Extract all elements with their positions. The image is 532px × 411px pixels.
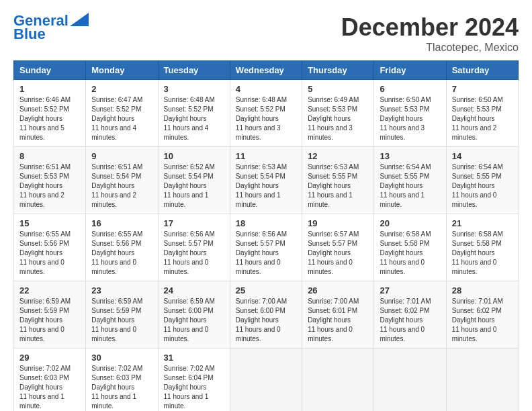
logo-blue: Blue: [13, 26, 46, 43]
day-info: Sunrise: 6:50 AM Sunset: 5:53 PM Dayligh…: [452, 95, 513, 142]
table-row: 15 Sunrise: 6:55 AM Sunset: 5:56 PM Dayl…: [14, 214, 86, 281]
col-tuesday: Tuesday: [158, 61, 230, 80]
table-row: 27 Sunrise: 7:01 AM Sunset: 6:02 PM Dayl…: [374, 281, 446, 349]
table-row: 23 Sunrise: 6:59 AM Sunset: 5:59 PM Dayl…: [86, 281, 158, 349]
month-title: December 2024: [341, 13, 519, 42]
calendar-row: 1 Sunrise: 6:46 AM Sunset: 5:52 PM Dayli…: [14, 80, 519, 147]
day-info: Sunrise: 6:53 AM Sunset: 5:55 PM Dayligh…: [308, 163, 368, 210]
table-row: 29 Sunrise: 7:02 AM Sunset: 6:03 PM Dayl…: [14, 349, 86, 412]
day-number: 14: [452, 151, 513, 161]
day-info: Sunrise: 6:59 AM Sunset: 6:00 PM Dayligh…: [164, 297, 224, 344]
table-row: 1 Sunrise: 6:46 AM Sunset: 5:52 PM Dayli…: [14, 80, 86, 147]
day-number: 3: [164, 84, 224, 94]
day-number: 19: [308, 218, 368, 228]
day-number: 13: [380, 151, 440, 161]
day-number: 7: [452, 84, 513, 94]
table-row: 21 Sunrise: 6:58 AM Sunset: 5:58 PM Dayl…: [446, 214, 518, 281]
table-row: 10 Sunrise: 6:52 AM Sunset: 5:54 PM Dayl…: [158, 147, 230, 214]
col-saturday: Saturday: [446, 61, 518, 80]
day-number: 18: [236, 218, 296, 228]
day-info: Sunrise: 6:54 AM Sunset: 5:55 PM Dayligh…: [380, 163, 440, 210]
day-info: Sunrise: 6:56 AM Sunset: 5:57 PM Dayligh…: [164, 230, 224, 277]
logo: General Blue: [13, 13, 89, 43]
table-row: 9 Sunrise: 6:51 AM Sunset: 5:54 PM Dayli…: [86, 147, 158, 214]
day-info: Sunrise: 6:58 AM Sunset: 5:58 PM Dayligh…: [380, 230, 440, 277]
table-row: 4 Sunrise: 6:48 AM Sunset: 5:52 PM Dayli…: [230, 80, 302, 147]
day-info: Sunrise: 6:58 AM Sunset: 5:58 PM Dayligh…: [452, 230, 513, 277]
day-number: 15: [19, 218, 80, 228]
col-sunday: Sunday: [14, 61, 86, 80]
col-thursday: Thursday: [302, 61, 374, 80]
table-row: 7 Sunrise: 6:50 AM Sunset: 5:53 PM Dayli…: [446, 80, 518, 147]
table-row: 19 Sunrise: 6:57 AM Sunset: 5:57 PM Dayl…: [302, 214, 374, 281]
day-number: 23: [91, 285, 152, 295]
calendar-row: 22 Sunrise: 6:59 AM Sunset: 5:59 PM Dayl…: [14, 281, 519, 349]
day-info: Sunrise: 6:48 AM Sunset: 5:52 PM Dayligh…: [164, 95, 224, 142]
day-number: 8: [19, 151, 80, 161]
day-info: Sunrise: 7:01 AM Sunset: 6:02 PM Dayligh…: [452, 297, 513, 344]
day-number: 28: [452, 285, 513, 295]
day-info: Sunrise: 6:55 AM Sunset: 5:56 PM Dayligh…: [91, 230, 152, 277]
day-number: 2: [91, 84, 152, 94]
table-row: [374, 349, 446, 412]
table-row: 31 Sunrise: 7:02 AM Sunset: 6:04 PM Dayl…: [158, 349, 230, 412]
calendar-header-row: Sunday Monday Tuesday Wednesday Thursday…: [14, 61, 519, 80]
day-info: Sunrise: 6:47 AM Sunset: 5:52 PM Dayligh…: [91, 95, 152, 142]
day-info: Sunrise: 6:49 AM Sunset: 5:53 PM Dayligh…: [308, 95, 368, 142]
day-info: Sunrise: 6:50 AM Sunset: 5:53 PM Dayligh…: [380, 95, 440, 142]
table-row: 3 Sunrise: 6:48 AM Sunset: 5:52 PM Dayli…: [158, 80, 230, 147]
page-header: General Blue December 2024 Tlacotepec, M…: [13, 13, 519, 54]
day-info: Sunrise: 6:52 AM Sunset: 5:54 PM Dayligh…: [164, 163, 224, 210]
day-number: 11: [236, 151, 296, 161]
calendar-table: Sunday Monday Tuesday Wednesday Thursday…: [13, 60, 519, 411]
day-info: Sunrise: 7:01 AM Sunset: 6:02 PM Dayligh…: [380, 297, 440, 344]
calendar-row: 29 Sunrise: 7:02 AM Sunset: 6:03 PM Dayl…: [14, 349, 519, 412]
day-info: Sunrise: 6:48 AM Sunset: 5:52 PM Dayligh…: [236, 95, 296, 142]
table-row: 24 Sunrise: 6:59 AM Sunset: 6:00 PM Dayl…: [158, 281, 230, 349]
table-row: 30 Sunrise: 7:02 AM Sunset: 6:03 PM Dayl…: [86, 349, 158, 412]
day-number: 12: [308, 151, 368, 161]
col-friday: Friday: [374, 61, 446, 80]
table-row: [230, 349, 302, 412]
day-info: Sunrise: 7:02 AM Sunset: 6:04 PM Dayligh…: [164, 364, 224, 411]
table-row: [446, 349, 518, 412]
table-row: 26 Sunrise: 7:00 AM Sunset: 6:01 PM Dayl…: [302, 281, 374, 349]
day-info: Sunrise: 6:59 AM Sunset: 5:59 PM Dayligh…: [91, 297, 152, 344]
table-row: [302, 349, 374, 412]
day-number: 27: [380, 285, 440, 295]
day-info: Sunrise: 6:54 AM Sunset: 5:55 PM Dayligh…: [452, 163, 513, 210]
table-row: 6 Sunrise: 6:50 AM Sunset: 5:53 PM Dayli…: [374, 80, 446, 147]
table-row: 18 Sunrise: 6:56 AM Sunset: 5:57 PM Dayl…: [230, 214, 302, 281]
table-row: 5 Sunrise: 6:49 AM Sunset: 5:53 PM Dayli…: [302, 80, 374, 147]
table-row: 22 Sunrise: 6:59 AM Sunset: 5:59 PM Dayl…: [14, 281, 86, 349]
day-number: 20: [380, 218, 440, 228]
title-area: December 2024 Tlacotepec, Mexico: [341, 13, 519, 54]
table-row: 28 Sunrise: 7:01 AM Sunset: 6:02 PM Dayl…: [446, 281, 518, 349]
day-number: 24: [164, 285, 224, 295]
day-number: 16: [91, 218, 152, 228]
day-number: 21: [452, 218, 513, 228]
day-info: Sunrise: 7:00 AM Sunset: 6:01 PM Dayligh…: [308, 297, 368, 344]
logo-icon: [70, 13, 89, 26]
day-info: Sunrise: 6:51 AM Sunset: 5:54 PM Dayligh…: [91, 163, 152, 210]
location-subtitle: Tlacotepec, Mexico: [341, 42, 519, 54]
svg-marker-0: [70, 13, 89, 26]
day-info: Sunrise: 7:00 AM Sunset: 6:00 PM Dayligh…: [236, 297, 296, 344]
day-number: 5: [308, 84, 368, 94]
table-row: 8 Sunrise: 6:51 AM Sunset: 5:53 PM Dayli…: [14, 147, 86, 214]
table-row: 11 Sunrise: 6:53 AM Sunset: 5:54 PM Dayl…: [230, 147, 302, 214]
day-info: Sunrise: 6:53 AM Sunset: 5:54 PM Dayligh…: [236, 163, 296, 210]
table-row: 14 Sunrise: 6:54 AM Sunset: 5:55 PM Dayl…: [446, 147, 518, 214]
day-number: 31: [164, 353, 224, 363]
day-number: 6: [380, 84, 440, 94]
col-monday: Monday: [86, 61, 158, 80]
day-number: 9: [91, 151, 152, 161]
day-info: Sunrise: 6:46 AM Sunset: 5:52 PM Dayligh…: [19, 95, 80, 142]
table-row: 20 Sunrise: 6:58 AM Sunset: 5:58 PM Dayl…: [374, 214, 446, 281]
day-number: 17: [164, 218, 224, 228]
day-info: Sunrise: 7:02 AM Sunset: 6:03 PM Dayligh…: [91, 364, 152, 411]
day-number: 1: [19, 84, 80, 94]
col-wednesday: Wednesday: [230, 61, 302, 80]
table-row: 17 Sunrise: 6:56 AM Sunset: 5:57 PM Dayl…: [158, 214, 230, 281]
day-info: Sunrise: 6:59 AM Sunset: 5:59 PM Dayligh…: [19, 297, 80, 344]
